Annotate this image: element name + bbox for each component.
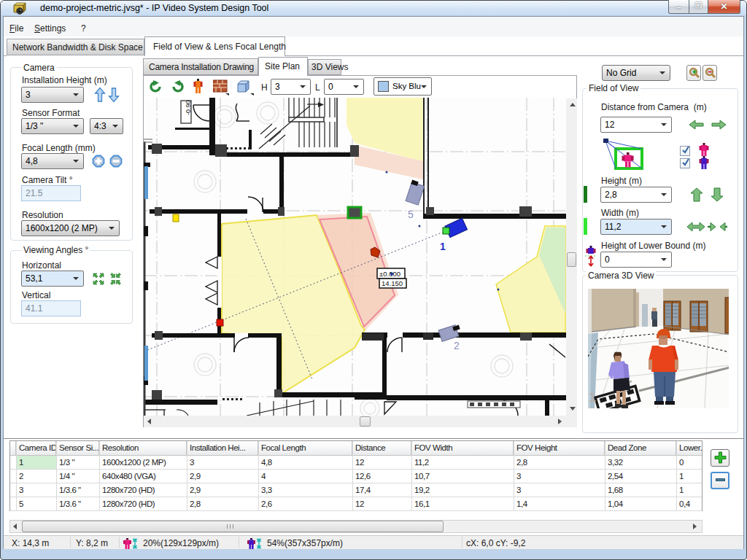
svg-text:14.150: 14.150	[382, 279, 403, 287]
svg-text:2: 2	[454, 340, 460, 351]
svg-text:±0.000: ±0.000	[379, 270, 400, 278]
svg-text:1: 1	[440, 241, 446, 252]
svg-text:1: 1	[589, 390, 596, 405]
svg-text:-0.90: -0.90	[185, 100, 192, 115]
svg-text:5: 5	[408, 209, 414, 220]
